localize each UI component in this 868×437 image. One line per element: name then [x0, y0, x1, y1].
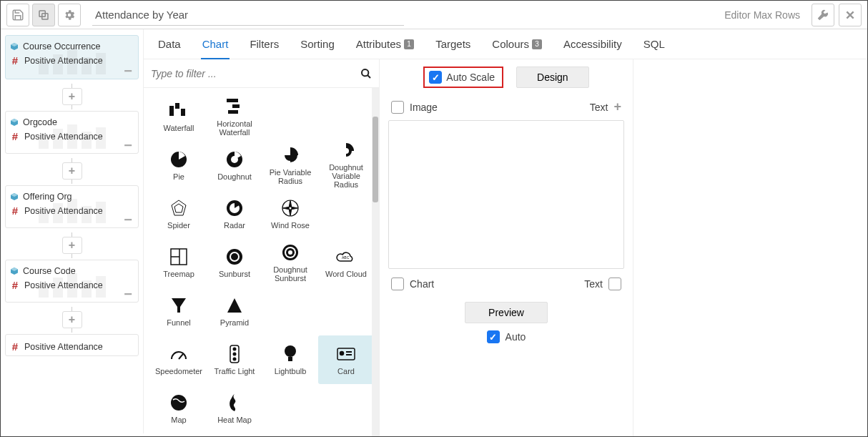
- auto-label: Auto: [505, 331, 526, 343]
- svg-point-15: [343, 148, 349, 154]
- tab-filters[interactable]: Filters: [248, 29, 280, 59]
- dimension-label: Offering Org: [23, 192, 72, 202]
- svg-rect-11: [228, 110, 238, 114]
- svg-line-5: [368, 75, 370, 78]
- svg-point-39: [285, 345, 296, 357]
- collapse-button[interactable]: −: [124, 66, 132, 76]
- svg-text:ABC: ABC: [342, 255, 350, 260]
- chart-type-horizontal-waterfall[interactable]: Horizontal Waterfall: [207, 92, 262, 141]
- chart-type-waterfall[interactable]: Waterfall: [151, 92, 207, 141]
- hash-icon: #: [10, 130, 20, 142]
- design-button[interactable]: Design: [516, 67, 589, 88]
- hash-icon: #: [10, 279, 20, 291]
- add-block-button[interactable]: +: [62, 162, 82, 180]
- tab-targets[interactable]: Targets: [434, 29, 472, 59]
- data-block-tail[interactable]: #Positive Attendance: [5, 334, 139, 356]
- svg-point-42: [340, 352, 344, 355]
- collapse-button[interactable]: −: [124, 289, 132, 299]
- save-button[interactable]: [6, 4, 29, 26]
- data-hierarchy-panel: Course Occurrence #Positive Attendance −…: [1, 29, 144, 433]
- chart-filter-input[interactable]: [151, 68, 360, 79]
- svg-rect-8: [181, 109, 185, 116]
- tab-attributes[interactable]: Attributes1: [355, 29, 415, 59]
- hash-icon: #: [10, 205, 20, 217]
- svg-point-4: [362, 69, 368, 76]
- svg-rect-10: [232, 104, 240, 108]
- svg-line-34: [179, 354, 183, 359]
- chart-type-sunburst[interactable]: Sunburst: [207, 238, 262, 287]
- chart-type-card[interactable]: Card: [318, 335, 374, 384]
- chart-label: Chart: [410, 278, 434, 290]
- cube-icon: [10, 118, 19, 127]
- image-checkbox[interactable]: [391, 101, 404, 114]
- chart-type-spider[interactable]: Spider: [151, 190, 207, 238]
- chart-type-traffic-light[interactable]: Traffic Light: [207, 335, 262, 384]
- attributes-badge: 1: [404, 39, 414, 49]
- measure-label: Positive Attendance: [24, 56, 103, 66]
- measure-label: Positive Attendance: [24, 342, 103, 352]
- add-block-button[interactable]: +: [62, 88, 82, 105]
- card-design-panel: ✓ Auto Scale Design Image Text +: [380, 59, 633, 437]
- svg-marker-16: [172, 200, 186, 215]
- chart-type-heat-map[interactable]: Heat Map: [207, 384, 262, 433]
- tab-sql[interactable]: SQL: [642, 29, 666, 59]
- svg-point-45: [171, 395, 187, 411]
- auto-scale-highlight: ✓ Auto Scale: [423, 67, 503, 88]
- chart-type-pie-variable[interactable]: Pie Variable Radius: [262, 141, 318, 190]
- copy-button[interactable]: [32, 4, 55, 26]
- data-block-orgcode[interactable]: Orgcode #Positive Attendance −: [5, 111, 139, 154]
- chart-type-doughnut[interactable]: Doughnut: [207, 141, 262, 190]
- tab-chart[interactable]: Chart: [201, 29, 230, 59]
- cube-icon: [10, 192, 19, 201]
- search-icon[interactable]: [360, 68, 372, 79]
- svg-rect-9: [227, 99, 238, 102]
- tab-strip: Data Chart Filters Sorting Attributes1 T…: [144, 29, 867, 59]
- settings-button[interactable]: [58, 4, 81, 26]
- data-block-course-code[interactable]: Course Code #Positive Attendance −: [5, 260, 139, 303]
- chart-type-doughnut-sunburst[interactable]: Doughnut Sunburst: [262, 238, 318, 287]
- wrench-button[interactable]: [812, 4, 834, 26]
- chart-type-speedometer[interactable]: Speedometer: [151, 335, 207, 384]
- preview-button[interactable]: Preview: [465, 302, 548, 323]
- text-label-top: Text: [590, 102, 608, 113]
- colours-badge: 3: [532, 39, 542, 49]
- measure-label: Positive Attendance: [24, 280, 103, 290]
- data-block-course-occurrence[interactable]: Course Occurrence #Positive Attendance −: [5, 35, 139, 79]
- svg-marker-32: [172, 298, 186, 313]
- chart-type-radar[interactable]: Radar: [207, 190, 262, 238]
- cube-icon: [10, 267, 19, 275]
- empty-preview-area: [633, 59, 867, 437]
- close-button[interactable]: [839, 4, 862, 26]
- svg-point-37: [233, 353, 237, 356]
- chart-type-funnel[interactable]: Funnel: [151, 287, 207, 335]
- chart-type-word-cloud[interactable]: ABCWord Cloud: [318, 238, 374, 287]
- chart-type-pyramid[interactable]: Pyramid: [207, 287, 262, 335]
- auto-checkbox[interactable]: ✓: [487, 330, 500, 343]
- palette-scrollbar[interactable]: [372, 88, 379, 437]
- card-design-canvas[interactable]: [388, 120, 624, 269]
- collapse-button[interactable]: −: [124, 215, 132, 225]
- image-label: Image: [410, 102, 438, 113]
- tab-colours[interactable]: Colours3: [490, 29, 543, 59]
- title-input[interactable]: [92, 4, 404, 26]
- auto-scale-checkbox[interactable]: ✓: [429, 71, 442, 84]
- chart-type-wind-rose[interactable]: Wind Rose: [262, 190, 318, 238]
- text-checkbox[interactable]: [608, 278, 621, 290]
- data-block-offering-org[interactable]: Offering Org #Positive Attendance −: [5, 185, 139, 228]
- hash-icon: #: [10, 54, 20, 67]
- add-block-button[interactable]: +: [62, 311, 82, 328]
- chart-type-lightbulb[interactable]: Lightbulb: [262, 335, 318, 384]
- chart-type-doughnut-variable[interactable]: Doughnut Variable Radius: [318, 141, 374, 190]
- collapse-button[interactable]: −: [124, 140, 132, 150]
- tab-sorting[interactable]: Sorting: [299, 29, 336, 59]
- chart-type-map[interactable]: Map: [151, 384, 207, 433]
- chart-type-pie[interactable]: Pie: [151, 141, 207, 190]
- svg-point-26: [231, 253, 238, 260]
- measure-label: Positive Attendance: [24, 132, 103, 142]
- chart-checkbox[interactable]: [391, 278, 404, 290]
- tab-data[interactable]: Data: [157, 29, 182, 59]
- add-text-button[interactable]: +: [613, 99, 621, 114]
- chart-type-treemap[interactable]: Treemap: [151, 238, 207, 287]
- tab-accessibility[interactable]: Accessibility: [562, 29, 623, 59]
- add-block-button[interactable]: +: [62, 237, 82, 254]
